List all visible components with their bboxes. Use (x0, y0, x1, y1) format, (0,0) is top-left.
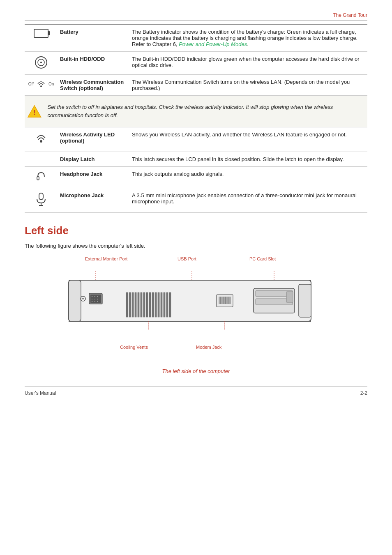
microphone-desc: A 3.5 mm mini microphone jack enables co… (132, 192, 357, 205)
left-side-title: Left side (25, 224, 367, 237)
svg-point-25 (95, 301, 95, 302)
svg-point-20 (97, 296, 98, 297)
svg-rect-41 (161, 292, 162, 317)
warning-text: Set the switch to off in airplanes and h… (48, 103, 365, 119)
battery-icon (34, 29, 48, 38)
headphone-label: Headphone Jack (60, 171, 102, 177)
headphone-desc-cell: This jack outputs analog audio signals. (129, 167, 367, 188)
svg-point-26 (97, 301, 98, 302)
left-side-intro: The following figure shows the computer'… (25, 243, 367, 249)
hdd-desc-cell: The Built-in HDD/ODD indicator glows gre… (129, 52, 367, 75)
svg-point-21 (92, 299, 92, 299)
wireless-switch-desc-cell: The Wireless Communication Switch turns … (129, 75, 367, 96)
wireless-led-name-cell: Wireless Activity LED (optional) (58, 127, 129, 152)
svg-rect-30 (129, 292, 131, 317)
wireless-led-label: Wireless Activity LED (optional) (60, 131, 115, 144)
svg-rect-32 (135, 292, 136, 317)
microphone-name-cell: Microphone Jack (58, 188, 129, 213)
svg-rect-13 (299, 284, 311, 317)
page-header: The Grand Tour (25, 12, 367, 21)
wireless-led-icon-cell (25, 127, 58, 152)
external-monitor-label: External Monitor Port (85, 256, 127, 261)
display-latch-desc: This latch secures the LCD panel in its … (132, 156, 344, 162)
headphone-name-cell: Headphone Jack (58, 167, 129, 188)
hdd-icon-cell (25, 52, 58, 75)
svg-point-22 (95, 299, 95, 299)
headphone-desc: This jack outputs analog audio signals. (132, 171, 224, 177)
svg-rect-7 (37, 177, 39, 180)
footer-right: 2-2 (360, 390, 367, 396)
laptop-side-svg (65, 264, 319, 338)
wireless-switch-icon: Off On (27, 79, 55, 89)
svg-point-3 (40, 85, 42, 87)
pc-card-label: PC Card Slot (249, 256, 276, 261)
wireless-switch-name-cell: Wireless Communication Switch (optional) (58, 75, 129, 96)
display-latch-label: Display Latch (60, 156, 95, 162)
svg-rect-34 (141, 292, 142, 317)
svg-rect-29 (126, 292, 128, 317)
wireless-led-desc: Shows you Wireless LAN activity, and whe… (132, 131, 347, 138)
features-table: Battery The Battery indicator shows the … (25, 24, 367, 213)
svg-rect-38 (152, 292, 154, 317)
microphone-label: Microphone Jack (60, 192, 104, 198)
hdd-desc: The Built-in HDD/ODD indicator glows gre… (132, 56, 359, 68)
svg-rect-8 (39, 193, 43, 200)
svg-rect-37 (149, 292, 151, 317)
svg-rect-31 (132, 292, 134, 317)
svg-text:!: ! (33, 109, 35, 116)
chapter-title: The Grand Tour (333, 12, 367, 18)
svg-point-18 (92, 296, 92, 297)
svg-rect-54 (286, 292, 293, 302)
svg-point-2 (40, 62, 42, 63)
svg-rect-40 (158, 292, 159, 317)
display-latch-icon-cell (25, 152, 58, 167)
wireless-switch-label: Wireless Communication Switch (optional) (60, 79, 124, 91)
svg-point-28 (82, 298, 84, 299)
svg-rect-35 (143, 292, 145, 317)
warning-icon: ! (27, 103, 42, 120)
svg-rect-39 (155, 292, 157, 317)
cooling-vents-label: Cooling Vents (120, 345, 148, 350)
battery-name-cell: Battery (58, 25, 129, 52)
hdd-name-cell: Built-in HDD/ODD (58, 52, 129, 75)
svg-point-24 (92, 301, 92, 302)
modem-jack-label: Modem Jack (196, 345, 221, 350)
warning-cell: ! Set the switch to off in airplanes and… (25, 96, 367, 127)
battery-label: Battery (60, 29, 78, 35)
headphone-icon (35, 171, 47, 182)
svg-point-23 (97, 299, 98, 299)
battery-icon-cell (25, 25, 58, 52)
display-latch-desc-cell: This latch secures the LCD panel in its … (129, 152, 367, 167)
svg-rect-44 (169, 292, 171, 317)
svg-point-6 (40, 140, 42, 143)
on-label: On (48, 82, 54, 86)
left-side-section: Left side The following figure shows the… (25, 224, 367, 374)
battery-desc-cell: The Battery indicator shows the conditio… (129, 25, 367, 52)
svg-rect-43 (166, 292, 168, 317)
wireless-led-desc-cell: Shows you Wireless LAN activity, and whe… (129, 127, 367, 152)
footer-left: User's Manual (25, 390, 56, 396)
diagram-caption: The left side of the computer (25, 368, 367, 374)
microphone-icon-cell (25, 188, 58, 213)
battery-link[interactable]: Power and Power-Up Modes (179, 41, 247, 47)
svg-rect-33 (138, 292, 139, 317)
off-label: Off (28, 82, 34, 86)
page-footer: User's Manual 2-2 (25, 387, 367, 396)
display-latch-name-cell: Display Latch (58, 152, 129, 167)
microphone-icon (35, 192, 47, 207)
wireless-switch-icon-cell: Off On (25, 75, 58, 96)
wireless-waves-icon (35, 79, 48, 89)
microphone-desc-cell: A 3.5 mm mini microphone jack enables co… (129, 188, 367, 213)
svg-point-19 (95, 296, 95, 297)
svg-rect-12 (69, 280, 81, 321)
wireless-switch-desc: The Wireless Communication Switch turns … (132, 79, 350, 91)
hdd-icon (35, 56, 48, 69)
usb-port-label: USB Port (178, 256, 196, 261)
hdd-label: Built-in HDD/ODD (60, 56, 105, 62)
wireless-led-icon (35, 131, 48, 146)
svg-rect-42 (164, 292, 165, 317)
svg-rect-36 (146, 292, 148, 317)
headphone-icon-cell (25, 167, 58, 188)
laptop-diagram-container: External Monitor Port USB Port PC Card S… (56, 256, 336, 363)
